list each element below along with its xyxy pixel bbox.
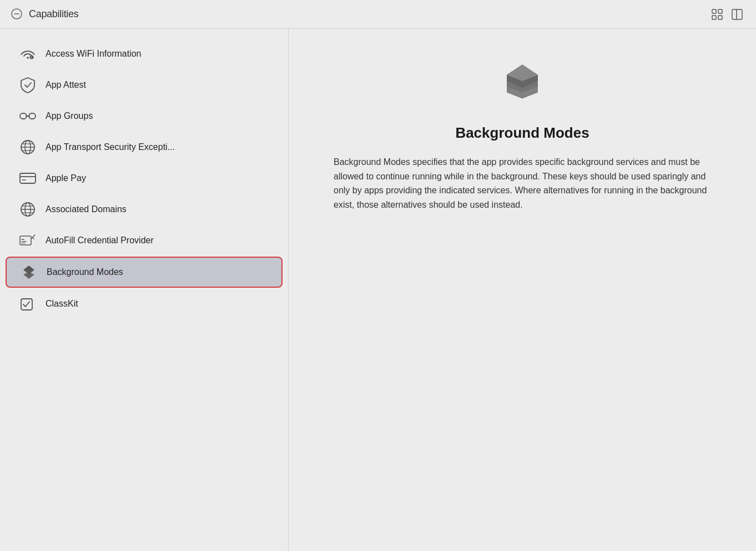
link-icon [19, 107, 37, 125]
svg-rect-3 [718, 9, 722, 13]
sidebar-item-label: Background Modes [47, 267, 123, 277]
detail-description: Background Modes specifies that the app … [334, 155, 711, 212]
sidebar-item-app-groups[interactable]: App Groups [6, 101, 283, 131]
sidebar-item-label: AutoFill Credential Provider [46, 236, 154, 246]
content-area: i Access WiFi Information App Attest [0, 29, 756, 551]
sidebar-item-apple-pay[interactable]: Apple Pay [6, 163, 283, 193]
detail-panel: Background Modes Background Modes specif… [289, 29, 756, 551]
sidebar-item-app-attest[interactable]: App Attest [6, 70, 283, 100]
sidebar-item-label: ClassKit [46, 299, 78, 309]
sidebar-item-label: Associated Domains [46, 204, 127, 214]
titlebar-left: Capabilities [11, 8, 78, 21]
sidebar-item-label: App Attest [46, 80, 86, 90]
sidebar-item-background-modes[interactable]: Background Modes [6, 257, 283, 288]
sidebar-item-label: App Groups [46, 111, 93, 121]
grid-view-button[interactable] [709, 7, 725, 22]
svg-marker-33 [23, 272, 34, 279]
svg-rect-2 [712, 9, 716, 13]
sidebar-item-label: Apple Pay [46, 173, 86, 183]
svg-rect-6 [732, 9, 742, 19]
svg-rect-27 [20, 236, 31, 245]
page-title: Capabilities [29, 8, 78, 20]
globe-icon [19, 138, 37, 156]
sidebar-item-label: Access WiFi Information [46, 49, 141, 59]
svg-rect-4 [712, 16, 716, 19]
window: Capabilities [0, 0, 756, 551]
sidebar: i Access WiFi Information App Attest [0, 29, 289, 551]
panel-view-button[interactable] [729, 7, 745, 22]
sidebar-item-classkit[interactable]: ClassKit [6, 289, 283, 319]
svg-rect-5 [718, 16, 722, 19]
credit-card-icon [19, 169, 37, 187]
autofill-icon [19, 232, 37, 249]
checkbox-icon [19, 295, 37, 313]
svg-point-8 [27, 57, 29, 59]
detail-title: Background Modes [455, 124, 589, 142]
detail-icon [497, 62, 547, 109]
titlebar: Capabilities [0, 0, 756, 29]
sidebar-item-label: App Transport Security Excepti... [46, 142, 175, 152]
globe2-icon [19, 201, 37, 218]
svg-rect-19 [20, 173, 36, 183]
sidebar-item-associated-domains[interactable]: Associated Domains [6, 194, 283, 224]
wifi-info-icon: i [19, 45, 37, 63]
circle-minus-icon[interactable] [11, 8, 23, 21]
sidebar-item-access-wifi[interactable]: i Access WiFi Information [6, 39, 283, 69]
sidebar-item-app-transport[interactable]: App Transport Security Excepti... [6, 132, 283, 162]
sidebar-item-autofill[interactable]: AutoFill Credential Provider [6, 226, 283, 256]
titlebar-controls [709, 7, 745, 22]
shield-check-icon [19, 76, 37, 94]
background-modes-icon [20, 263, 38, 281]
